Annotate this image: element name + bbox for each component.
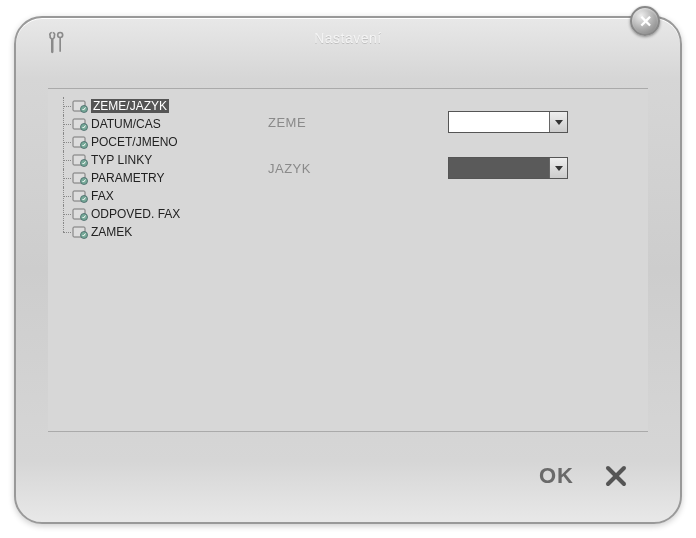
page-check-icon (72, 189, 88, 203)
tree-item-label: POCET/JMENO (91, 135, 178, 149)
tree-branch-icon (58, 133, 72, 151)
tree-item[interactable]: ZAMEK (52, 223, 244, 241)
settings-dialog: ✕ Nastavení ZEME/JAZYKDATUM/CASPOCET/JME… (14, 16, 682, 524)
tree-item-label: ZEME/JAZYK (91, 99, 169, 113)
field-label: JAZYK (268, 161, 448, 176)
tree-item-label: TYP LINKY (91, 153, 152, 167)
page-check-icon (72, 225, 88, 239)
cancel-button[interactable] (602, 462, 630, 490)
tree-branch-icon (58, 115, 72, 133)
tree-item-label: PARAMETRY (91, 171, 165, 185)
page-check-icon (72, 207, 88, 221)
form-panel: ZEMEJAZYK (248, 89, 648, 431)
form-row: JAZYK (268, 157, 628, 179)
page-check-icon (72, 153, 88, 167)
page-check-icon (72, 135, 88, 149)
window-title: Nastavení (16, 30, 680, 46)
page-check-icon (72, 99, 88, 113)
ok-button[interactable]: OK (539, 463, 574, 489)
tree-item[interactable]: FAX (52, 187, 244, 205)
cancel-x-icon (604, 464, 628, 488)
form-row: ZEME (268, 111, 628, 133)
field-label: ZEME (268, 115, 448, 130)
tree-item-label: ZAMEK (91, 225, 132, 239)
chevron-down-icon (549, 112, 567, 132)
tree-branch-icon (58, 151, 72, 169)
tree-item[interactable]: ODPOVED. FAX (52, 205, 244, 223)
tree-item[interactable]: DATUM/CAS (52, 115, 244, 133)
tree-branch-icon (58, 97, 72, 115)
svg-point-0 (58, 33, 63, 38)
tree-branch-icon (58, 169, 72, 187)
chevron-down-icon (549, 158, 567, 178)
tree-item-label: ODPOVED. FAX (91, 207, 180, 221)
titlebar: Nastavení (16, 18, 680, 58)
page-check-icon (72, 117, 88, 131)
tree-item[interactable]: POCET/JMENO (52, 133, 244, 151)
tree-branch-icon (58, 205, 72, 223)
dialog-buttons: OK (539, 462, 630, 490)
content-area: ZEME/JAZYKDATUM/CASPOCET/JMENOTYP LINKYP… (48, 88, 648, 432)
dropdown[interactable] (448, 111, 568, 133)
dropdown[interactable] (448, 157, 568, 179)
tree-item-label: FAX (91, 189, 114, 203)
page-check-icon (72, 171, 88, 185)
tree-item[interactable]: TYP LINKY (52, 151, 244, 169)
tree-item-label: DATUM/CAS (91, 117, 161, 131)
tree-branch-icon (58, 223, 72, 241)
tree-branch-icon (58, 187, 72, 205)
settings-tree: ZEME/JAZYKDATUM/CASPOCET/JMENOTYP LINKYP… (48, 89, 248, 431)
dropdown-value (449, 158, 549, 178)
tools-icon (46, 30, 66, 58)
tree-item[interactable]: ZEME/JAZYK (52, 97, 244, 115)
dropdown-value (449, 112, 549, 132)
tree-item[interactable]: PARAMETRY (52, 169, 244, 187)
